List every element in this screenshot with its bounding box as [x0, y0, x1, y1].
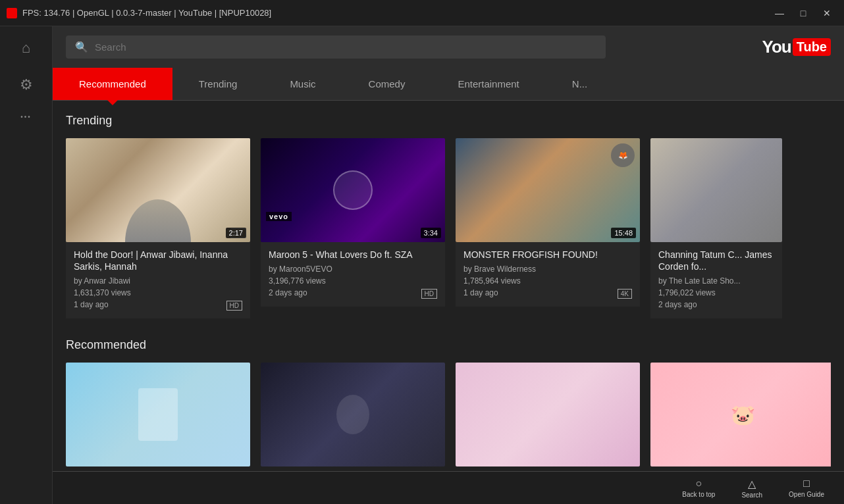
video-meta-3: 1,785,964 views 1 day ago — [463, 275, 521, 299]
app-icon — [7, 8, 17, 18]
video-stats-4: 1,796,022 views 2 days ago — [658, 287, 774, 311]
maximize-button[interactable]: □ — [793, 4, 814, 22]
trending-section-title: Trending — [66, 114, 831, 128]
video-views-3: 1,785,964 views — [463, 275, 521, 287]
open-guide-label: Open Guide — [789, 491, 824, 498]
video-title-2: Maroon 5 - What Lovers Do ft. SZA — [269, 249, 437, 261]
video-stats-1: 1,631,370 views 1 day ago HD — [74, 287, 242, 311]
open-guide-action[interactable]: □ Open Guide — [789, 478, 824, 498]
video-info-1: Hold the Door! | Anwar Jibawi, Inanna Sa… — [66, 242, 250, 318]
youtube-logo: You Tube — [762, 37, 831, 57]
title-bar: FPS: 134.76 | OpenGL | 0.0.3-7-master | … — [0, 0, 844, 26]
thumb-person-1 — [66, 138, 250, 242]
search-action-icon: △ — [748, 478, 756, 490]
search-bar[interactable]: 🔍 — [66, 36, 606, 59]
video-card-3[interactable]: 🦊 15:48 MONSTER FROGFISH FOUND! by Brave… — [456, 138, 640, 318]
video-info-2: Maroon 5 - What Lovers Do ft. SZA by Mar… — [261, 242, 445, 307]
video-meta-2: 3,196,776 views 2 days ago — [269, 275, 326, 299]
sidebar-item-more[interactable]: ••• — [20, 113, 32, 120]
trending-video-grid: HD 2:17 Hold the Door! | Anwar Jibawi, I… — [66, 138, 831, 318]
channel-watermark-3: 🦊 — [611, 143, 635, 167]
rec-video-card-2[interactable] — [261, 363, 445, 466]
tab-music[interactable]: Music — [263, 68, 342, 100]
video-thumb-2: vevo 3:34 — [261, 138, 445, 242]
settings-icon: ⚙ — [20, 76, 33, 93]
video-card-2[interactable]: vevo 3:34 Maroon 5 - What Lovers Do ft. … — [261, 138, 445, 318]
search-icon: 🔍 — [75, 41, 88, 53]
video-age-4: 2 days ago — [658, 299, 716, 311]
rec-thumb-3 — [456, 363, 640, 466]
video-age-1: 1 day ago — [74, 299, 131, 311]
video-views-1: 1,631,370 views — [74, 287, 131, 299]
search-action[interactable]: △ Search — [741, 478, 762, 499]
video-card-1[interactable]: HD 2:17 Hold the Door! | Anwar Jibawi, I… — [66, 138, 250, 318]
video-channel-3: by Brave Wilderness — [463, 265, 632, 274]
logo-you: You — [762, 37, 791, 57]
video-info-4: Channing Tatum C... James Corden fo... b… — [650, 242, 782, 318]
back-to-top-label: Back to top — [682, 491, 715, 498]
rec-video-card-3[interactable] — [456, 363, 640, 466]
video-age-2: 2 days ago — [269, 287, 326, 299]
search-action-label: Search — [741, 491, 762, 499]
rec-video-card-1[interactable] — [66, 363, 250, 466]
video-card-4[interactable]: Channing Tatum C... James Corden fo... b… — [650, 138, 782, 318]
video-age-3: 1 day ago — [463, 287, 521, 299]
video-stats-3: 1,785,964 views 1 day ago 4K — [463, 275, 632, 299]
search-input[interactable] — [95, 41, 596, 53]
video-duration-1: 2:17 — [226, 228, 246, 238]
rec-thumb-1 — [66, 363, 250, 466]
nav-tabs: Recommended Trending Music Comedy Entert… — [53, 68, 844, 101]
content-area: 🔍 You Tube Recommended Trending Music Co… — [53, 26, 844, 504]
video-views-2: 3,196,776 views — [269, 275, 326, 287]
more-icon: ••• — [20, 113, 32, 120]
rec-thumb-2 — [261, 363, 445, 466]
video-channel-4: by The Late Late Sho... — [658, 276, 774, 286]
video-duration-2: 3:34 — [421, 228, 441, 238]
video-thumb-3: 🦊 15:48 — [456, 138, 640, 242]
quality-badge-3: 4K — [618, 289, 632, 299]
bottom-bar: ○ Back to top △ Search □ Open Guide — [53, 471, 844, 504]
recommended-section-title: Recommended — [66, 338, 831, 352]
main-content: Trending HD 2:17 Hold the Door! | Anwar … — [53, 101, 844, 480]
home-icon: ⌂ — [22, 39, 30, 57]
app-container: ⌂ ⚙ ••• 🔍 You Tube Recommended Trending … — [0, 26, 844, 504]
video-meta-1: 1,631,370 views 1 day ago — [74, 287, 131, 311]
rec-video-card-4[interactable]: 🐷 — [650, 363, 831, 466]
sidebar-item-settings[interactable]: ⚙ — [20, 76, 33, 93]
quality-badge-1: HD — [226, 301, 242, 311]
video-duration-3: 15:48 — [611, 228, 636, 238]
video-stats-2: 3,196,776 views 2 days ago HD — [269, 275, 437, 299]
tab-recommended[interactable]: Recommended — [53, 68, 172, 100]
video-meta-4: 1,796,022 views 2 days ago — [658, 287, 716, 311]
video-views-4: 1,796,022 views — [658, 287, 716, 299]
title-bar-left: FPS: 134.76 | OpenGL | 0.0.3-7-master | … — [7, 8, 271, 18]
video-channel-2: by Maroon5VEVO — [269, 265, 437, 274]
header: 🔍 You Tube — [53, 26, 844, 68]
open-guide-icon: □ — [803, 478, 810, 490]
minimize-button[interactable]: — — [769, 4, 790, 22]
title-bar-text: FPS: 134.76 | OpenGL | 0.0.3-7-master | … — [22, 8, 271, 18]
window-controls[interactable]: — □ ✕ — [769, 4, 837, 22]
video-channel-1: by Anwar Jibawi — [74, 276, 242, 286]
vevo-badge-2: vevo — [266, 212, 292, 221]
video-title-1: Hold the Door! | Anwar Jibawi, Inanna Sa… — [74, 249, 242, 272]
tab-comedy[interactable]: Comedy — [342, 68, 432, 100]
video-info-3: MONSTER FROGFISH FOUND! by Brave Wildern… — [456, 242, 640, 307]
sidebar-item-home[interactable]: ⌂ — [22, 39, 30, 57]
rec-thumb-4: 🐷 — [650, 363, 831, 466]
close-button[interactable]: ✕ — [816, 4, 837, 22]
back-to-top-icon: ○ — [696, 478, 702, 490]
quality-badge-2: HD — [421, 289, 437, 299]
recommended-video-grid: 🐷 — [66, 363, 831, 466]
video-thumb-1: HD 2:17 — [66, 138, 250, 242]
sidebar: ⌂ ⚙ ••• — [0, 26, 53, 504]
back-to-top-action[interactable]: ○ Back to top — [682, 478, 715, 498]
logo-tube: Tube — [793, 38, 831, 56]
tab-trending[interactable]: Trending — [172, 68, 264, 100]
tab-entertainment[interactable]: Entertainment — [431, 68, 545, 100]
video-title-4: Channing Tatum C... James Corden fo... — [658, 249, 774, 272]
tab-news[interactable]: N... — [546, 68, 614, 100]
video-thumb-4 — [650, 138, 782, 242]
video-title-3: MONSTER FROGFISH FOUND! — [463, 249, 632, 261]
